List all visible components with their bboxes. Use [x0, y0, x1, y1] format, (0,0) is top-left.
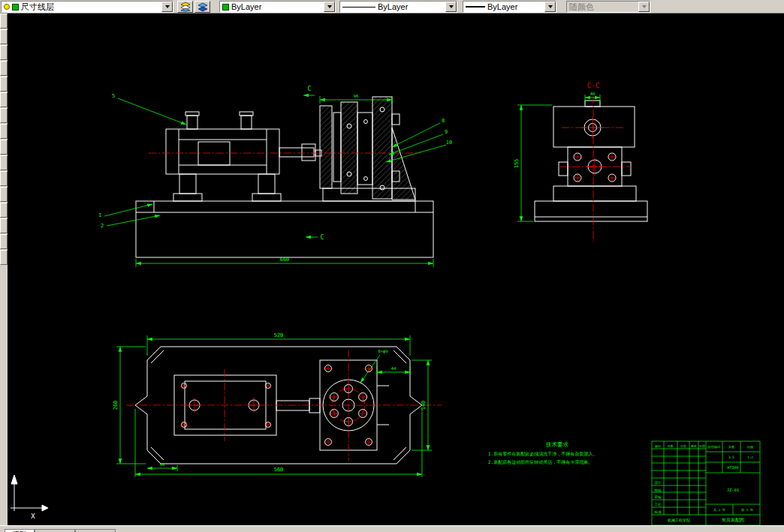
cad-text: 1:2	[747, 455, 753, 459]
cad-text: 审核	[655, 495, 662, 499]
layer-stack-icon	[198, 2, 208, 12]
cad-text: 标记	[655, 444, 661, 449]
tech-requirements-title: 技术要求	[545, 441, 569, 448]
chevron-down-icon[interactable]	[161, 2, 173, 12]
cad-text: 比例	[747, 445, 753, 449]
balloon-8: 8	[442, 118, 445, 124]
layers-icon	[180, 2, 191, 12]
cad-drawing[interactable]: 5128910CC66096C-C1554052026056040140446×…	[0, 14, 784, 525]
ucs-x-label: X	[31, 512, 35, 520]
make-object-layer-current-button[interactable]	[177, 1, 193, 13]
drawing-canvas[interactable]: 5128910CC66096C-C1554052026056040140446×…	[0, 14, 784, 525]
cad-text: 阶段标记	[708, 445, 720, 449]
cad-text: 共 1 张	[713, 508, 726, 512]
object-properties-toolbar: 尺寸线层 ByLayer ByLayer	[0, 0, 784, 14]
cad-text: HT200	[727, 465, 738, 470]
section-title: C-C	[587, 82, 599, 89]
linetype-sample-icon	[342, 7, 375, 8]
layer-color-icon	[12, 4, 19, 11]
balloon-5: 5	[112, 93, 115, 99]
cad-text: 机械工程学院	[668, 518, 690, 523]
dim-flange: 44	[391, 366, 397, 371]
dim-plan-bottom-short: 40	[160, 462, 165, 467]
color-swatch-icon	[222, 4, 229, 11]
left-toolbar-button[interactable]	[0, 92, 8, 107]
chevron-down-icon	[638, 2, 650, 12]
linetype-combo[interactable]: ByLayer	[339, 1, 457, 13]
cad-text: 日期	[699, 444, 705, 448]
layout-tabs-bar: 模型Layout1Layout2	[0, 525, 784, 532]
layout-tab-2[interactable]: Layout2	[75, 529, 116, 532]
cad-text: 设计	[655, 480, 662, 485]
dim-plan-right: 140	[421, 401, 427, 410]
chevron-down-icon[interactable]	[445, 2, 457, 12]
balloon-10: 10	[446, 140, 452, 146]
balloon-2: 2	[101, 223, 104, 229]
color-combo[interactable]: ByLayer	[219, 1, 336, 13]
cad-text: 夹具装配图	[722, 517, 744, 523]
section-view	[517, 95, 647, 242]
balloon-1: 1	[98, 212, 101, 218]
dim-plan-top: 520	[274, 332, 284, 338]
plotstyle-combo-value: 随颜色	[569, 2, 594, 13]
layout-tab-0[interactable]: 模型	[5, 529, 35, 532]
left-toolbar-button[interactable]	[0, 250, 8, 265]
layout-tab-1[interactable]: Layout1	[35, 529, 75, 532]
section-mark-top: C	[308, 86, 312, 92]
tech-req-line-1: 1.所有零件在装配前必须清洗干净，不得有杂质混入。	[488, 451, 597, 457]
layer-on-icon	[4, 4, 10, 10]
left-toolbar-button[interactable]	[0, 155, 8, 170]
left-toolbar-button[interactable]	[0, 124, 8, 139]
left-toolbar-button[interactable]	[0, 140, 8, 155]
ucs-icon	[11, 475, 48, 511]
balloon-9: 9	[445, 129, 448, 135]
cad-text: JZ-01	[727, 488, 740, 492]
linetype-combo-value: ByLayer	[378, 2, 408, 11]
cad-text: 分区	[680, 444, 686, 448]
chevron-down-icon[interactable]	[544, 2, 556, 12]
autocad-window: 尺寸线层 ByLayer ByLayer	[0, 0, 784, 532]
dim-plan-bottom: 560	[274, 467, 284, 473]
color-combo-value: ByLayer	[231, 2, 261, 11]
dim-section-top: 40	[590, 92, 596, 96]
layer-combo-value: 尺寸线层	[21, 2, 54, 13]
left-toolbar-button[interactable]	[0, 45, 8, 60]
front-view	[104, 95, 446, 267]
dim-base-length: 660	[280, 257, 290, 263]
cad-text: 工艺	[655, 502, 662, 506]
left-toolbar-button[interactable]	[0, 14, 8, 29]
layer-combo[interactable]: 尺寸线层	[1, 1, 173, 13]
cad-text: 3.5	[728, 455, 734, 459]
left-toolbar-button[interactable]	[0, 203, 8, 218]
title-block	[652, 441, 760, 525]
draw-toolbar	[0, 14, 8, 525]
left-toolbar-button[interactable]	[0, 61, 8, 76]
layer-previous-button[interactable]	[194, 1, 210, 13]
bolt-hole-callout: 6×φ9	[378, 349, 387, 354]
dim-section-height: 155	[514, 159, 520, 169]
cad-text: 第 1 张	[741, 508, 754, 512]
lineweight-sample-icon	[466, 6, 485, 8]
plotstyle-combo: 随颜色	[566, 1, 650, 13]
cad-text: 校核	[655, 488, 662, 492]
cad-text: 签名	[691, 444, 697, 448]
dim-plan-left: 260	[113, 401, 119, 410]
left-toolbar-button[interactable]	[0, 77, 8, 92]
left-toolbar-button[interactable]	[0, 187, 8, 202]
left-toolbar-button[interactable]	[0, 108, 8, 123]
left-toolbar-button[interactable]	[0, 218, 8, 233]
lineweight-combo[interactable]: ByLayer	[463, 1, 556, 13]
left-toolbar-button[interactable]	[0, 171, 8, 186]
cad-text: 批准	[654, 510, 662, 514]
left-toolbar-button[interactable]	[0, 29, 8, 44]
lineweight-combo-value: ByLayer	[487, 2, 517, 11]
left-toolbar-button[interactable]	[0, 234, 8, 249]
chevron-down-icon[interactable]	[324, 2, 335, 12]
cad-text: 处数	[668, 444, 674, 448]
plan-view	[116, 335, 442, 477]
dim-fixture-width: 96	[354, 94, 359, 98]
cad-text: 质量	[728, 445, 734, 449]
section-mark-bottom: C	[321, 234, 324, 241]
tech-req-line-2: 2.装配后各运动部件应转动灵活，不得有卡滞现象。	[488, 459, 593, 465]
